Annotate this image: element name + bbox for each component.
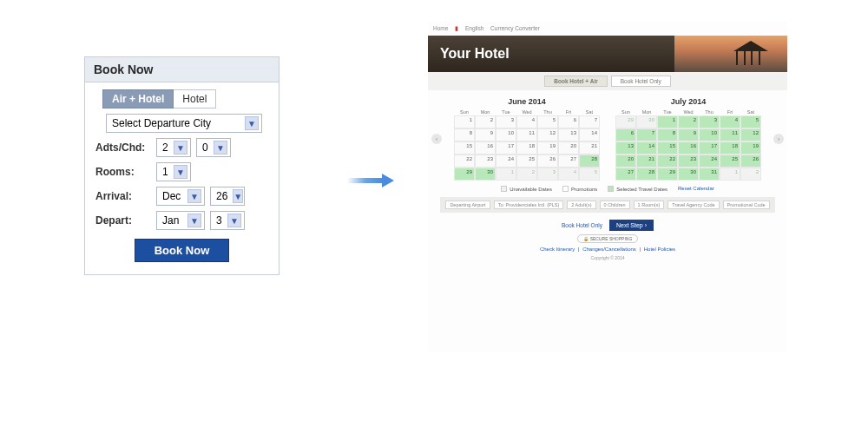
calendar-prev-button[interactable]: ‹ xyxy=(431,134,442,144)
calendar-cell[interactable]: 5 xyxy=(740,115,761,128)
hotel-policies-link[interactable]: Hotel Policies xyxy=(644,247,675,252)
calendar-cell[interactable]: 10 xyxy=(496,128,516,141)
departing-airport-field[interactable]: Departing Airport xyxy=(445,201,490,209)
calendar-cell[interactable]: 23 xyxy=(678,155,699,168)
calendar-cell[interactable]: 28 xyxy=(579,155,600,168)
calendar-cell[interactable]: 10 xyxy=(699,128,720,141)
calendar-cell[interactable]: 21 xyxy=(636,155,657,168)
calendar-cell[interactable]: 29 xyxy=(454,168,475,181)
book-hotel-only-link[interactable]: Book Hotel Only xyxy=(562,222,602,228)
adults-field[interactable]: 2 Adult(s) xyxy=(567,201,595,209)
calendar-cell[interactable]: 17 xyxy=(496,141,516,155)
calendar-cell[interactable]: 19 xyxy=(537,141,558,155)
calendar-cell[interactable]: 27 xyxy=(615,168,636,181)
calendar-cell[interactable]: 9 xyxy=(475,128,496,141)
calendar-cell[interactable]: 27 xyxy=(558,155,579,168)
calendar-cell[interactable]: 30 xyxy=(636,115,657,128)
calendar-cell[interactable]: 15 xyxy=(454,141,475,155)
calendar-cell[interactable]: 29 xyxy=(657,168,678,181)
calendar-cell[interactable]: 4 xyxy=(516,115,537,128)
calendar-cell[interactable]: 2 xyxy=(740,168,761,181)
tab-hotel[interactable]: Hotel xyxy=(174,89,216,108)
changes-cancellations-link[interactable]: Changes/Cancellations xyxy=(582,247,636,252)
children-field[interactable]: 0 Children xyxy=(600,201,630,209)
calendar-cell[interactable]: 2 xyxy=(516,168,537,181)
calendar-cell[interactable]: 24 xyxy=(496,155,516,168)
children-select[interactable]: 0▼ xyxy=(196,138,231,157)
calendar-cell[interactable]: 7 xyxy=(579,115,600,128)
tab-air-hotel[interactable]: Air + Hotel xyxy=(102,89,174,108)
calendar-cell[interactable]: 5 xyxy=(537,115,558,128)
calendar-cell[interactable]: 16 xyxy=(475,141,496,155)
calendar-cell[interactable]: 14 xyxy=(636,141,657,155)
calendar-cell[interactable]: 8 xyxy=(657,128,678,141)
subtab-hotel-only[interactable]: Book Hotel Only xyxy=(611,76,671,87)
calendar-cell[interactable]: 28 xyxy=(636,168,657,181)
calendar-cell[interactable]: 12 xyxy=(740,128,761,141)
arrival-day-select[interactable]: 26▼ xyxy=(210,187,245,206)
calendar-cell[interactable]: 25 xyxy=(516,155,537,168)
calendar-cell[interactable]: 18 xyxy=(720,141,740,155)
calendar-cell[interactable]: 9 xyxy=(678,128,699,141)
calendar-cell[interactable]: 13 xyxy=(615,141,636,155)
calendar-cell[interactable]: 22 xyxy=(657,155,678,168)
promo-code-field[interactable]: Promotional Code xyxy=(723,201,770,209)
calendar-cell[interactable]: 8 xyxy=(454,128,475,141)
destination-airport-field[interactable]: To: Providenciales Intl. (PLS) xyxy=(494,201,564,209)
calendar-cell[interactable]: 13 xyxy=(558,128,579,141)
calendar-cell[interactable]: 6 xyxy=(615,128,636,141)
calendar-next-button[interactable]: › xyxy=(773,134,784,144)
calendar-cell[interactable]: 1 xyxy=(720,168,740,181)
calendar-cell[interactable]: 26 xyxy=(740,155,761,168)
agency-code-field[interactable]: Travel Agency Code xyxy=(667,201,719,209)
calendar-cell[interactable]: 24 xyxy=(699,155,720,168)
calendar-cell[interactable]: 20 xyxy=(558,141,579,155)
calendar-cell[interactable]: 25 xyxy=(720,155,740,168)
calendar-cell[interactable]: 1 xyxy=(496,168,516,181)
depart-day-select[interactable]: 3▼ xyxy=(210,211,245,230)
calendar-cell[interactable]: 21 xyxy=(579,141,600,155)
calendar-cell[interactable]: 30 xyxy=(475,168,496,181)
calendar-cell[interactable]: 11 xyxy=(720,128,740,141)
arrival-month-select[interactable]: Dec▼ xyxy=(156,187,205,206)
calendar-cell[interactable]: 5 xyxy=(579,168,600,181)
calendar-cell[interactable]: 2 xyxy=(678,115,699,128)
calendar-cell[interactable]: 29 xyxy=(615,115,636,128)
calendar-cell[interactable]: 11 xyxy=(516,128,537,141)
calendar-cell[interactable]: 4 xyxy=(558,168,579,181)
calendar-cell[interactable]: 19 xyxy=(740,141,761,155)
calendar-cell[interactable]: 16 xyxy=(678,141,699,155)
adults-select[interactable]: 2▼ xyxy=(156,138,191,157)
calendar-cell[interactable]: 30 xyxy=(678,168,699,181)
calendar-cell[interactable]: 31 xyxy=(699,168,720,181)
calendar-cell[interactable]: 15 xyxy=(657,141,678,155)
calendar-cell[interactable]: 18 xyxy=(516,141,537,155)
crumb-home[interactable]: Home xyxy=(433,25,448,31)
calendar-cell[interactable]: 7 xyxy=(636,128,657,141)
calendar-cell[interactable]: 17 xyxy=(699,141,720,155)
calendar-cell[interactable]: 20 xyxy=(615,155,636,168)
calendar-cell[interactable]: 2 xyxy=(475,115,496,128)
calendar-cell[interactable]: 22 xyxy=(454,155,475,168)
calendar-cell[interactable]: 23 xyxy=(475,155,496,168)
calendar-cell[interactable]: 14 xyxy=(579,128,600,141)
calendar-cell[interactable]: 6 xyxy=(558,115,579,128)
book-now-button[interactable]: Book Now xyxy=(135,239,230,262)
reset-calendar-link[interactable]: Reset Calendar xyxy=(678,186,714,192)
calendar-cell[interactable]: 3 xyxy=(496,115,516,128)
crumb-currency[interactable]: Currency Converter xyxy=(490,25,540,31)
depart-month-select[interactable]: Jan▼ xyxy=(156,211,205,230)
rooms-select[interactable]: 1▼ xyxy=(156,162,191,181)
calendar-cell[interactable]: 1 xyxy=(657,115,678,128)
crumb-english[interactable]: English xyxy=(465,25,483,31)
calendar-cell[interactable]: 3 xyxy=(537,168,558,181)
departure-city-select[interactable]: Select Departure City ▼ xyxy=(106,114,262,133)
rooms-field[interactable]: 1 Room(s) xyxy=(634,201,665,209)
next-step-button[interactable]: Next Step › xyxy=(609,220,654,231)
subtab-hotel-air[interactable]: Book Hotel + Air xyxy=(544,76,608,87)
check-itinerary-link[interactable]: Check Itinerary xyxy=(540,247,575,252)
calendar-cell[interactable]: 12 xyxy=(537,128,558,141)
calendar-cell[interactable]: 26 xyxy=(537,155,558,168)
calendar-cell[interactable]: 3 xyxy=(699,115,720,128)
calendar-cell[interactable]: 4 xyxy=(720,115,740,128)
